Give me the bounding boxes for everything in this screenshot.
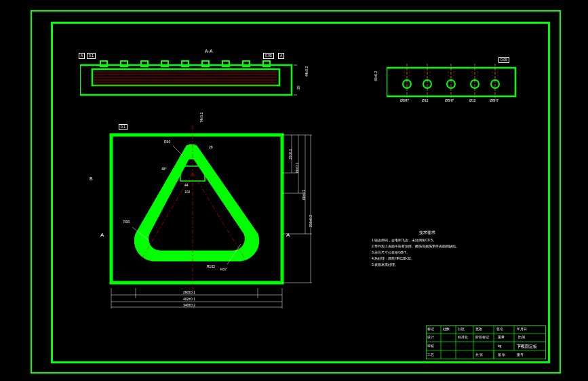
section-mark-left: A bbox=[100, 233, 104, 238]
dim-side-height1: 44±0.2 bbox=[305, 66, 309, 77]
section-mark-right: A bbox=[286, 233, 290, 238]
plan-r4: R30 bbox=[164, 140, 170, 144]
plan-bottom2: 402±0.1 bbox=[183, 298, 195, 301]
title-block: 标记 处数 分区 更改 签名 年月日 设计 标准化 阶段标记 重量 比例 审核 … bbox=[426, 325, 546, 359]
tb-r1c5: 签名 bbox=[496, 327, 503, 331]
notes-line4: 4.热处理：调质HRC28-32。 bbox=[372, 257, 514, 260]
tb-r1c4: 更改 bbox=[475, 327, 482, 331]
tb-r3c1: 审核 bbox=[427, 344, 434, 348]
plan-rside4: 210±0.2 bbox=[309, 215, 313, 227]
plan-r3: R37 bbox=[220, 268, 227, 271]
hole-dim-4: Ø12 bbox=[469, 99, 475, 102]
plan-dim-top2: 29 bbox=[209, 146, 213, 149]
tb-r2c5: 重量 bbox=[498, 336, 505, 339]
hole-dim-2: Ø12 bbox=[422, 99, 428, 102]
tb-r4c5: 第 张 bbox=[498, 353, 505, 357]
tb-r2c3: 标准化 bbox=[458, 336, 468, 339]
plan-rside3: 88±0.2 bbox=[302, 190, 306, 200]
tb-part-name: 下模固定板 bbox=[517, 344, 537, 348]
tb-r4c1: 工艺 bbox=[427, 353, 434, 357]
plan-bottom3: 340±0.2 bbox=[183, 304, 195, 307]
datum-box-right-view: 0.05 bbox=[498, 57, 509, 63]
cad-canvas: A-A bbox=[0, 0, 588, 381]
plan-rside2: 80±0.1 bbox=[296, 163, 299, 173]
tb-r1c6: 年月日 bbox=[517, 327, 527, 331]
notes-block: 技术要求 1.锐边倒钝，去毛刺飞边，未注倒角C0.5。 2.零件加工表面不应有划… bbox=[372, 230, 514, 252]
plan-r2: R102 bbox=[207, 265, 215, 268]
notes-line1: 1.锐边倒钝，去毛刺飞边，未注倒角C0.5。 bbox=[372, 239, 514, 242]
dim-side-height2: 20 bbox=[297, 85, 300, 89]
plan-view: 0.1 74±0.1 29 48° 44 102 R30 R102 R37 R3… bbox=[109, 132, 298, 302]
plan-inner1: 44 bbox=[184, 184, 189, 187]
hole-dim-5: Ø8H7 bbox=[490, 99, 498, 102]
side-view-right: 0.05 40±0.2 Ø8H7 Ø12 Ø8H7 Ø12 Ø8H7 bbox=[387, 64, 519, 98]
plan-bottom1: 290±0.1 bbox=[183, 291, 195, 294]
tb-r3c5: kg bbox=[498, 344, 501, 348]
tb-r2c1: 设计 bbox=[427, 336, 434, 339]
notes-line3: 3.未注尺寸公差按GB/T。 bbox=[372, 251, 514, 254]
datum-box-left-1: A bbox=[79, 53, 85, 59]
tb-r1c1: 标记 bbox=[427, 327, 434, 331]
plan-rside1: 20±0.1 bbox=[289, 149, 292, 159]
plan-inner2: 102 bbox=[184, 190, 190, 194]
plan-r1: R30 bbox=[123, 220, 130, 224]
tb-part-no: 图号 bbox=[517, 353, 524, 357]
hole-dim-1: Ø8H7 bbox=[400, 99, 409, 102]
notes-line5: 5.表面发黑处理。 bbox=[372, 263, 514, 266]
datum-box-right-2: A bbox=[278, 53, 284, 59]
tb-r2c4: 阶段标记 bbox=[475, 336, 489, 339]
dim-right-h: 40±0.2 bbox=[374, 71, 378, 81]
datum-box-right-1: 0.05 bbox=[263, 53, 274, 59]
notes-line2: 2.零件加工表面不应有划痕、擦伤等损伤零件表面的缺陷。 bbox=[372, 245, 514, 248]
tb-r4c4: 共 张 bbox=[475, 353, 483, 357]
hole-dim-3: Ø8H7 bbox=[445, 99, 454, 102]
plan-datum-top: 0.1 bbox=[119, 124, 128, 130]
tb-r1c2: 处数 bbox=[443, 327, 450, 331]
tb-r2c6: 比例 bbox=[518, 336, 525, 339]
datum-box-left-2: 0.1 bbox=[87, 53, 96, 59]
plan-dim-top1: 74±0.1 bbox=[200, 113, 203, 123]
side-view-left: A 0.1 0.05 A 44±0.2 20 bbox=[80, 60, 297, 99]
svg-line-64 bbox=[173, 146, 183, 156]
tb-r1c3: 分区 bbox=[458, 327, 465, 331]
ref-b: B bbox=[90, 176, 93, 181]
notes-title: 技术要求 bbox=[419, 230, 562, 235]
section-label: A-A bbox=[205, 49, 213, 54]
plan-angle1: 48° bbox=[161, 167, 167, 171]
